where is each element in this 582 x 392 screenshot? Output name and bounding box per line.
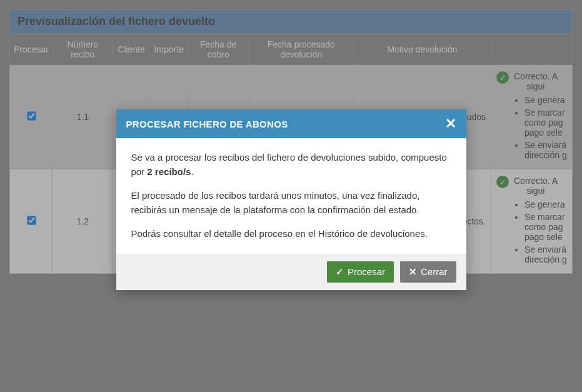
modal-paragraph: Se va a procesar los recibos del fichero… — [131, 151, 451, 179]
procesar-button[interactable]: ✓ Procesar — [327, 261, 394, 283]
cerrar-button[interactable]: ✕ Cerrar — [400, 261, 456, 283]
modal-header: PROCESAR FICHERO DE ABONOS ✕ — [116, 109, 466, 138]
check-icon: ✓ — [336, 266, 344, 278]
modal-paragraph: Podrás consultar el detalle del proceso … — [131, 227, 451, 241]
modal-title: PROCESAR FICHERO DE ABONOS — [126, 119, 288, 129]
modal-dialog: PROCESAR FICHERO DE ABONOS ✕ Se va a pro… — [116, 109, 466, 290]
modal-overlay[interactable]: PROCESAR FICHERO DE ABONOS ✕ Se va a pro… — [0, 0, 582, 392]
procesar-label: Procesar — [348, 266, 385, 277]
cerrar-label: Cerrar — [421, 266, 448, 277]
modal-paragraph: El procesado de los recibos tardará unos… — [131, 189, 451, 217]
modal-body: Se va a procesar los recibos del fichero… — [116, 138, 466, 254]
modal-footer: ✓ Procesar ✕ Cerrar — [116, 254, 466, 290]
close-icon[interactable]: ✕ — [445, 117, 456, 131]
close-icon: ✕ — [409, 266, 417, 278]
